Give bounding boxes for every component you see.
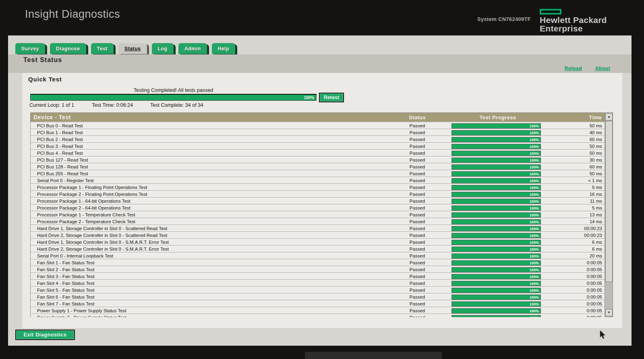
table-row[interactable]: Fan Slot 4 - Fan Status Test Passed 100%…	[31, 280, 605, 286]
progress-cell: 100%	[447, 144, 548, 149]
table-row[interactable]: Processor Package 1 - 64-bit Operations …	[31, 198, 605, 204]
table-row[interactable]: PCI Bus 1 - Read Test Passed 100% 40 ms	[31, 129, 605, 135]
table-row[interactable]: PCI Bus 3 - Read Test Passed 100% 50 ms	[31, 143, 605, 149]
row-progress-percent: 100%	[530, 261, 539, 265]
time-cell: 40 ms	[548, 130, 605, 135]
time-cell: 50 ms	[548, 144, 605, 149]
table-row[interactable]: Power Supply 2 - Power Supply Status Tes…	[31, 314, 605, 317]
device-test-cell: Fan Slot 7 - Fan Status Test	[31, 301, 387, 306]
column-header-device-test: Device - Test	[31, 114, 387, 120]
time-cell: 0:00:05	[548, 288, 605, 293]
table-row[interactable]: Fan Slot 3 - Fan Status Test Passed 100%…	[31, 273, 605, 279]
exit-diagnostics-button[interactable]: Exit Diagnostics	[15, 330, 75, 340]
status-cell: Passed	[387, 240, 447, 245]
page-title: Test Status	[23, 56, 62, 64]
title-band: Test Status Reload About	[8, 54, 632, 73]
table-row[interactable]: Serial Port 0 - Internal Loopback Test P…	[31, 253, 605, 259]
time-cell: 0:00:05	[548, 315, 605, 317]
table-row[interactable]: Fan Slot 6 - Fan Status Test Passed 100%…	[31, 294, 605, 300]
row-progress-percent: 100%	[530, 165, 539, 169]
progress-cell: 100%	[447, 151, 548, 156]
device-test-cell: Power Supply 1 - Power Supply Status Tes…	[31, 308, 387, 313]
table-row[interactable]: Processor Package 1 - Temperature Check …	[31, 212, 605, 218]
current-loop-label: Current Loop: 1 of 1	[29, 102, 74, 108]
status-cell: Passed	[387, 178, 447, 183]
time-cell: 13 ms	[548, 212, 605, 217]
table-row[interactable]: Power Supply 1 - Power Supply Status Tes…	[31, 307, 605, 313]
hpe-logo: Hewlett Packard Enterprise	[540, 9, 607, 33]
progress-cell: 100%	[447, 164, 548, 170]
table-row[interactable]: Fan Slot 7 - Fan Status Test Passed 100%…	[31, 301, 605, 307]
row-progress-bar: 100%	[451, 130, 541, 135]
status-cell: Passed	[387, 205, 447, 210]
retest-button[interactable]: Retest	[319, 93, 344, 102]
table-row[interactable]: Fan Slot 1 - Fan Status Test Passed 100%…	[31, 259, 605, 266]
scroll-down-arrow-icon[interactable]: ▼	[605, 309, 613, 316]
table-row[interactable]: Processor Package 2 - Temperature Check …	[31, 218, 605, 224]
row-progress-bar: 100%	[451, 164, 541, 170]
status-cell: Passed	[387, 185, 447, 190]
table-row[interactable]: PCI Bus 128 - Read Test Passed 100% 60 m…	[31, 164, 605, 170]
about-link[interactable]: About	[595, 66, 610, 71]
scroll-up-arrow-icon[interactable]: ▲	[605, 113, 613, 120]
row-progress-percent: 100%	[530, 151, 539, 156]
table-row[interactable]: PCI Bus 127 - Read Test Passed 100% 30 m…	[31, 157, 605, 163]
status-cell: Passed	[387, 295, 447, 299]
vertical-scrollbar[interactable]: ▲ ▼	[605, 113, 613, 317]
status-cell: Passed	[387, 247, 447, 251]
progress-cell: 100%	[447, 130, 548, 135]
tab-bar: SurveyDiagnoseTestStatusLogAdminHelp	[15, 43, 240, 54]
tab-test[interactable]: Test	[91, 43, 114, 54]
progress-cell: 100%	[447, 171, 548, 176]
row-progress-percent: 100%	[530, 275, 539, 279]
tab-diagnose[interactable]: Diagnose	[50, 43, 86, 54]
status-cell: Passed	[387, 301, 447, 306]
tab-log[interactable]: Log	[152, 43, 174, 54]
row-progress-percent: 100%	[530, 213, 539, 217]
table-row[interactable]: PCI Bus 255 - Read Test Passed 100% 50 m…	[31, 170, 605, 176]
status-cell: Passed	[387, 288, 447, 293]
device-test-cell: Processor Package 1 - 64-bit Operations …	[31, 199, 387, 203]
device-test-cell: Hard Drive 2, Storage Controller in Slot…	[31, 247, 387, 251]
device-test-cell: Fan Slot 2 - Fan Status Test	[31, 267, 387, 272]
table-row[interactable]: Fan Slot 5 - Fan Status Test Passed 100%…	[31, 287, 605, 293]
time-cell: 5 ms	[548, 185, 605, 190]
tab-help[interactable]: Help	[212, 43, 236, 54]
tab-status[interactable]: Status	[118, 43, 147, 54]
table-row[interactable]: Fan Slot 2 - Fan Status Test Passed 100%…	[31, 266, 605, 272]
table-row[interactable]: Serial Port 0 - Register Test Passed 100…	[31, 177, 605, 183]
table-row[interactable]: Hard Drive 2, Storage Controller in Slot…	[31, 232, 605, 238]
status-cell: Passed	[387, 308, 447, 313]
row-progress-bar: 100%	[451, 281, 541, 286]
scrollbar-thumb[interactable]	[605, 121, 613, 282]
column-header-status: Status	[387, 114, 447, 120]
device-test-cell: Serial Port 0 - Register Test	[31, 178, 387, 183]
table-row[interactable]: Processor Package 2 - 64-bit Operations …	[31, 205, 605, 211]
status-cell: Passed	[387, 253, 447, 258]
table-row[interactable]: PCI Bus 0 - Read Test Passed 100% 50 ms	[31, 122, 605, 129]
progress-cell: 100%	[447, 295, 548, 300]
table-row[interactable]: Hard Drive 1, Storage Controller in Slot…	[31, 225, 605, 231]
tab-admin[interactable]: Admin	[178, 43, 207, 54]
table-row[interactable]: Processor Package 2 - Floating Point Ope…	[31, 191, 605, 197]
row-progress-bar: 100%	[451, 240, 541, 245]
table-row[interactable]: PCI Bus 2 - Read Test Passed 100% 60 ms	[31, 136, 605, 142]
table-row[interactable]: Hard Drive 1, Storage Controller in Slot…	[31, 239, 605, 245]
device-test-cell: PCI Bus 127 - Read Test	[31, 158, 387, 162]
reload-link[interactable]: Reload	[564, 66, 582, 71]
diagnostics-screen: SurveyDiagnoseTestStatusLogAdminHelp Tes…	[8, 35, 632, 346]
row-progress-bar: 100%	[451, 274, 541, 279]
table-row[interactable]: Hard Drive 2, Storage Controller in Slot…	[31, 246, 605, 252]
status-cell: Passed	[387, 274, 447, 279]
time-cell: 0:00:05	[548, 308, 605, 313]
table-row[interactable]: PCI Bus 4 - Read Test Passed 100% 50 ms	[31, 150, 605, 156]
status-cell: Passed	[387, 260, 447, 265]
status-cell: Passed	[387, 144, 447, 149]
system-id-label: System CN762409TF	[477, 16, 538, 22]
table-row[interactable]: Processor Package 1 - Floating Point Ope…	[31, 184, 605, 190]
progress-cell: 100%	[447, 308, 548, 313]
status-cell: Passed	[387, 158, 447, 162]
device-test-cell: Processor Package 2 - 64-bit Operations …	[31, 205, 387, 210]
tab-survey[interactable]: Survey	[15, 43, 45, 54]
device-test-cell: Power Supply 2 - Power Supply Status Tes…	[31, 315, 387, 317]
